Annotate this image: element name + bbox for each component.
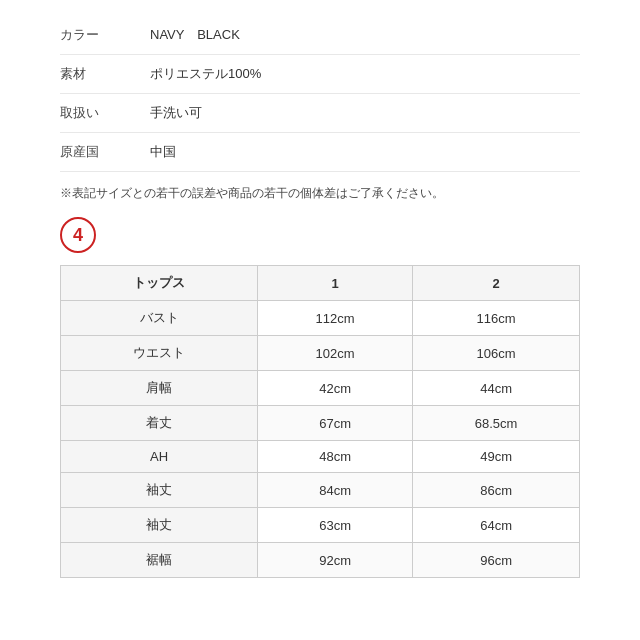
size-row-col1: 102cm	[258, 336, 413, 371]
info-row: カラーNAVY BLACK	[60, 16, 580, 55]
size-row-label: AH	[61, 441, 258, 473]
notice-text: ※表記サイズとの若干の誤差や商品の若干の個体差はご了承ください。	[60, 184, 580, 203]
size-row-col1: 84cm	[258, 473, 413, 508]
size-table-row: AH48cm49cm	[61, 441, 580, 473]
size-row-col1: 63cm	[258, 508, 413, 543]
product-info-section: カラーNAVY BLACK素材ポリエステル100%取扱い手洗い可原産国中国	[60, 16, 580, 172]
size-table-body: バスト112cm116cmウエスト102cm106cm肩幅42cm44cm着丈6…	[61, 301, 580, 578]
size-row-label: 袖丈	[61, 473, 258, 508]
size-table-row: 着丈67cm68.5cm	[61, 406, 580, 441]
size-table-row: 肩幅42cm44cm	[61, 371, 580, 406]
size-table-header-row: トップス12	[61, 266, 580, 301]
size-row-col2: 64cm	[413, 508, 580, 543]
size-table-row: バスト112cm116cm	[61, 301, 580, 336]
info-row-label: カラー	[60, 26, 150, 44]
info-row-label: 素材	[60, 65, 150, 83]
size-row-col2: 68.5cm	[413, 406, 580, 441]
size-row-label: ウエスト	[61, 336, 258, 371]
size-row-label: バスト	[61, 301, 258, 336]
size-row-col2: 49cm	[413, 441, 580, 473]
size-table-col-header: 2	[413, 266, 580, 301]
size-row-label: 着丈	[61, 406, 258, 441]
size-row-col1: 67cm	[258, 406, 413, 441]
size-row-col1: 42cm	[258, 371, 413, 406]
size-table-row: 裾幅92cm96cm	[61, 543, 580, 578]
size-row-label: 裾幅	[61, 543, 258, 578]
size-row-col2: 44cm	[413, 371, 580, 406]
size-table: トップス12 バスト112cm116cmウエスト102cm106cm肩幅42cm…	[60, 265, 580, 578]
size-table-col-header: トップス	[61, 266, 258, 301]
info-row-value: 中国	[150, 143, 176, 161]
main-container: カラーNAVY BLACK素材ポリエステル100%取扱い手洗い可原産国中国 ※表…	[0, 0, 640, 594]
size-row-label: 袖丈	[61, 508, 258, 543]
size-row-col2: 106cm	[413, 336, 580, 371]
info-row: 原産国中国	[60, 133, 580, 172]
size-row-col2: 116cm	[413, 301, 580, 336]
size-table-header: トップス12	[61, 266, 580, 301]
info-row-label: 取扱い	[60, 104, 150, 122]
info-row-value: ポリエステル100%	[150, 65, 261, 83]
info-row-value: 手洗い可	[150, 104, 202, 122]
size-row-col2: 96cm	[413, 543, 580, 578]
size-row-col1: 112cm	[258, 301, 413, 336]
info-row-label: 原産国	[60, 143, 150, 161]
size-row-col1: 48cm	[258, 441, 413, 473]
size-row-col1: 92cm	[258, 543, 413, 578]
info-row-value: NAVY BLACK	[150, 26, 240, 44]
size-table-row: 袖丈63cm64cm	[61, 508, 580, 543]
size-row-label: 肩幅	[61, 371, 258, 406]
circle-number-badge: 4	[60, 217, 96, 253]
size-row-col2: 86cm	[413, 473, 580, 508]
size-table-col-header: 1	[258, 266, 413, 301]
size-table-row: ウエスト102cm106cm	[61, 336, 580, 371]
info-row: 素材ポリエステル100%	[60, 55, 580, 94]
info-row: 取扱い手洗い可	[60, 94, 580, 133]
size-table-row: 袖丈84cm86cm	[61, 473, 580, 508]
